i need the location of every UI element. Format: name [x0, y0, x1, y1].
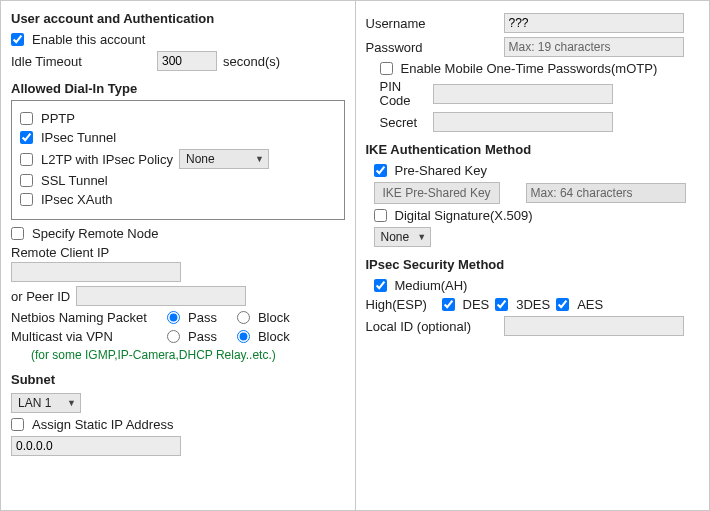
ipsec-xauth-label: IPsec XAuth [41, 192, 113, 207]
chevron-down-icon: ▼ [255, 154, 264, 164]
password-input[interactable] [504, 37, 684, 57]
pptp-checkbox[interactable] [20, 112, 33, 125]
multicast-block-radio[interactable] [237, 330, 250, 343]
username-input[interactable] [504, 13, 684, 33]
static-ip-input[interactable] [11, 436, 181, 456]
digital-sig-label: Digital Signature(X.509) [395, 208, 533, 223]
idle-timeout-input[interactable] [157, 51, 217, 71]
enable-account-checkbox[interactable] [11, 33, 24, 46]
l2tp-policy-value: None [186, 152, 215, 166]
specify-remote-label: Specify Remote Node [32, 226, 158, 241]
multicast-note: (for some IGMP,IP-Camera,DHCP Relay..etc… [31, 348, 345, 362]
netbios-label: Netbios Naming Packet [11, 310, 161, 325]
tdes-checkbox[interactable] [495, 298, 508, 311]
ipsec-sec-title: IPsec Security Method [366, 257, 700, 272]
peer-id-label: or Peer ID [11, 289, 70, 304]
dialin-type-title: Allowed Dial-In Type [11, 81, 345, 96]
netbios-block-radio[interactable] [237, 311, 250, 324]
user-account-title: User account and Authentication [11, 11, 345, 26]
aes-checkbox[interactable] [556, 298, 569, 311]
medium-checkbox[interactable] [374, 279, 387, 292]
idle-timeout-unit: second(s) [223, 54, 280, 69]
netbios-pass-label: Pass [188, 310, 217, 325]
ike-psk-input[interactable] [526, 183, 686, 203]
username-label: Username [366, 16, 496, 31]
local-id-input[interactable] [504, 316, 684, 336]
chevron-down-icon: ▼ [417, 232, 426, 242]
digital-sig-value: None [381, 230, 410, 244]
peer-id-input[interactable] [76, 286, 246, 306]
ssl-tunnel-checkbox[interactable] [20, 174, 33, 187]
psk-checkbox[interactable] [374, 164, 387, 177]
l2tp-label: L2TP with IPsec Policy [41, 152, 173, 167]
ike-psk-button[interactable]: IKE Pre-Shared Key [374, 182, 500, 204]
pin-code-label: PIN Code [380, 80, 425, 108]
tdes-label: 3DES [516, 297, 550, 312]
enable-motp-checkbox[interactable] [380, 62, 393, 75]
multicast-label: Multicast via VPN [11, 329, 161, 344]
des-label: DES [463, 297, 490, 312]
dialin-box: PPTP IPsec Tunnel L2TP with IPsec Policy… [11, 100, 345, 220]
multicast-block-label: Block [258, 329, 290, 344]
secret-label: Secret [380, 115, 425, 130]
psk-label: Pre-Shared Key [395, 163, 488, 178]
secret-input[interactable] [433, 112, 613, 132]
idle-timeout-label: Idle Timeout [11, 54, 151, 69]
multicast-pass-radio[interactable] [167, 330, 180, 343]
subnet-select[interactable]: LAN 1 ▼ [11, 393, 81, 413]
ssl-tunnel-label: SSL Tunnel [41, 173, 108, 188]
remote-client-ip-input[interactable] [11, 262, 181, 282]
digital-sig-checkbox[interactable] [374, 209, 387, 222]
pin-code-input[interactable] [433, 84, 613, 104]
pptp-label: PPTP [41, 111, 75, 126]
enable-motp-label: Enable Mobile One-Time Passwords(mOTP) [401, 61, 658, 76]
des-checkbox[interactable] [442, 298, 455, 311]
chevron-down-icon: ▼ [67, 398, 76, 408]
medium-label: Medium(AH) [395, 278, 468, 293]
l2tp-checkbox[interactable] [20, 153, 33, 166]
netbios-pass-radio[interactable] [167, 311, 180, 324]
local-id-label: Local ID (optional) [366, 319, 496, 334]
subnet-title: Subnet [11, 372, 345, 387]
specify-remote-checkbox[interactable] [11, 227, 24, 240]
subnet-value: LAN 1 [18, 396, 51, 410]
remote-client-ip-label: Remote Client IP [11, 245, 345, 260]
ipsec-tunnel-label: IPsec Tunnel [41, 130, 116, 145]
aes-label: AES [577, 297, 603, 312]
password-label: Password [366, 40, 496, 55]
netbios-block-label: Block [258, 310, 290, 325]
ipsec-tunnel-checkbox[interactable] [20, 131, 33, 144]
digital-sig-select[interactable]: None ▼ [374, 227, 432, 247]
enable-account-label: Enable this account [32, 32, 145, 47]
high-esp-label: High(ESP) [366, 297, 436, 312]
ipsec-xauth-checkbox[interactable] [20, 193, 33, 206]
l2tp-policy-select[interactable]: None ▼ [179, 149, 269, 169]
ike-auth-title: IKE Authentication Method [366, 142, 700, 157]
assign-static-checkbox[interactable] [11, 418, 24, 431]
assign-static-label: Assign Static IP Address [32, 417, 173, 432]
multicast-pass-label: Pass [188, 329, 217, 344]
